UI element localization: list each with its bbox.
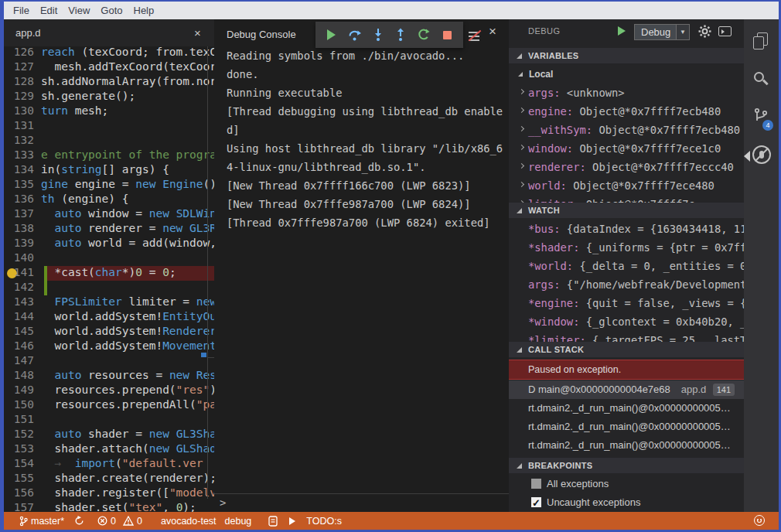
console-line: Reading symbols from ./bin/avocado... xyxy=(214,46,509,65)
expand-icon[interactable] xyxy=(519,145,524,150)
gear-icon[interactable] xyxy=(698,25,711,38)
step-out-button[interactable] xyxy=(393,27,408,43)
watch-row[interactable]: *world: {_delta = 0, _entities = 0… xyxy=(509,257,744,275)
project-item[interactable]: avocado-test xyxy=(161,516,217,527)
scope-local[interactable]: Local xyxy=(509,65,744,84)
todo-item[interactable]: TODO:s xyxy=(306,516,342,527)
variable-row[interactable]: args: <unknown> xyxy=(509,84,744,102)
open-console-icon[interactable] xyxy=(718,26,732,36)
checkbox[interactable] xyxy=(531,497,541,507)
code-line: 127 mesh.addTexCoord(texCoor xyxy=(4,60,214,74)
explorer-icon[interactable] xyxy=(752,32,769,51)
play-icon xyxy=(289,517,295,525)
expand-icon[interactable] xyxy=(519,182,524,187)
stop-button[interactable] xyxy=(439,27,455,43)
window-border-top xyxy=(0,0,781,2)
stack-frame-row[interactable]: rt.dmain2._d_run_main()@0x00000000005… xyxy=(509,436,744,455)
watch-row[interactable]: args: {"/home/webfreak/Development… xyxy=(509,275,744,294)
step-over-button[interactable] xyxy=(347,27,363,43)
variable-row[interactable]: renderer: Object@*0x7ffff7eccc40 xyxy=(509,158,744,176)
continue-button[interactable] xyxy=(324,27,339,43)
breakpoint-row[interactable]: Uncaught exceptions xyxy=(509,493,744,512)
variable-row[interactable]: world: Object@*0x7ffff7ece480 xyxy=(509,176,744,195)
stack-frame-row[interactable]: D main@0x00000000004e7e68app.d141 xyxy=(509,380,744,399)
menu-view[interactable]: View xyxy=(63,5,95,16)
watch-row[interactable]: *bus: {dataIndex = {1630434418, 11… xyxy=(509,220,744,238)
code-text: sh.generate(); xyxy=(34,90,135,102)
variable-row[interactable]: __withSym: Object@*0x7ffff7ecb480 xyxy=(509,121,744,139)
line-number: 157 xyxy=(4,500,34,512)
errors-item[interactable]: 0 xyxy=(97,516,116,527)
start-debug-icon[interactable] xyxy=(618,26,626,36)
code-line: 135gine engine = new Engine() xyxy=(4,177,214,192)
watch-row[interactable]: *window: {_glcontext = 0xb40b20, _… xyxy=(509,312,744,331)
watch-row[interactable]: *limiter: {_targetFPS = 25, _lastT… xyxy=(509,331,744,342)
chevron-down-icon: ▼ xyxy=(676,25,689,39)
search-icon[interactable] xyxy=(752,71,769,90)
scm-badge: 4 xyxy=(762,120,773,131)
debug-config-dropdown[interactable]: Debug ▼ xyxy=(634,24,690,40)
editor-scrollbar[interactable] xyxy=(207,46,208,499)
expand-icon[interactable] xyxy=(519,89,524,94)
code-text: auto world = add(window, xyxy=(34,237,214,249)
window-border-left xyxy=(0,0,4,532)
overview-cursor-marker xyxy=(201,353,206,357)
tab-app-d[interactable]: app.d × xyxy=(4,19,214,46)
console-input-divider xyxy=(214,493,509,494)
stack-frame-row[interactable]: rt.dmain2._d_run_main()@0x00000000005… xyxy=(509,418,744,436)
vscode-window: File Edit View Goto Help app.d × 126reac… xyxy=(0,0,781,532)
line-number: 136 xyxy=(4,192,34,206)
menu-goto[interactable]: Goto xyxy=(95,5,128,16)
watch-row[interactable]: *shader: {_uniforms = {ptr = 0x7ff… xyxy=(509,238,744,257)
expand-icon[interactable] xyxy=(519,163,524,169)
section-header-watch[interactable]: WATCH xyxy=(509,203,744,218)
debug-mode-item[interactable]: debug xyxy=(225,516,252,527)
code-editor[interactable]: 126reach (texCoord; from.texC 127 mesh.a… xyxy=(4,46,214,512)
restart-button[interactable] xyxy=(416,27,431,43)
menu-help[interactable]: Help xyxy=(128,5,160,16)
variable-row[interactable]: engine: Object@*0x7ffff7ecb480 xyxy=(509,102,744,121)
variable-row[interactable]: window: Object@*0x7ffff7ece1c0 xyxy=(509,139,744,158)
code-line: 144 world.addSystem!EntityOu xyxy=(4,309,214,324)
console-line: done. xyxy=(214,65,509,84)
stack-frame-row[interactable]: rt.dmain2._d_run_main()@0x00000000005… xyxy=(509,399,744,418)
repl-prompt[interactable]: > xyxy=(220,496,226,509)
code-text xyxy=(34,354,41,367)
expand-icon[interactable] xyxy=(519,126,524,131)
sync-item[interactable] xyxy=(74,516,84,526)
close-icon[interactable]: × xyxy=(194,26,201,39)
section-header-call-stack[interactable]: CALL STACK xyxy=(509,342,744,357)
close-icon[interactable]: × xyxy=(489,24,496,39)
expand-icon[interactable] xyxy=(519,107,524,113)
line-number: 126 xyxy=(4,46,34,60)
menu-file[interactable]: File xyxy=(8,5,35,16)
step-into-button[interactable] xyxy=(370,27,386,43)
tab-title: app.d xyxy=(15,27,41,39)
console-line: d] xyxy=(214,121,509,139)
output-file-item[interactable] xyxy=(268,516,278,527)
section-header-breakpoints[interactable]: BREAKPOINTS xyxy=(509,458,744,473)
line-number: 140 xyxy=(4,251,34,265)
source-control-icon[interactable]: 4 xyxy=(752,107,771,127)
breakpoint-row[interactable]: All exceptions xyxy=(509,475,744,493)
variable-row[interactable]: limiter: Object@*0x7ffff7e xyxy=(509,195,744,203)
run-task-item[interactable] xyxy=(289,517,295,525)
watch-row[interactable]: *engine: {quit = false, _views = {… xyxy=(509,294,744,312)
collapse-icon xyxy=(518,72,523,77)
menu-edit[interactable]: Edit xyxy=(35,5,63,16)
debug-icon[interactable] xyxy=(752,145,771,164)
clear-console-icon[interactable] xyxy=(468,31,482,42)
error-icon xyxy=(97,516,107,526)
collapse-icon xyxy=(517,463,522,469)
line-number: 153 xyxy=(4,442,34,456)
code-line: 138 auto renderer = new GL3R xyxy=(4,221,214,236)
code-text: FPSLimiter limiter = new xyxy=(34,295,214,308)
section-header-variables[interactable]: VARIABLES xyxy=(509,48,744,63)
console-line: [Thread debugging using libthread_db ena… xyxy=(214,102,509,121)
warnings-item[interactable]: 0 xyxy=(123,516,142,527)
status-bar: master* 0 0 avocado-test debug TODO:s xyxy=(4,512,779,530)
console-output[interactable]: Reading symbols from ./bin/avocado...don… xyxy=(214,46,509,232)
checkbox[interactable] xyxy=(531,479,541,489)
feedback-smiley-icon[interactable] xyxy=(754,515,765,526)
git-branch-item[interactable]: master* xyxy=(19,516,64,527)
